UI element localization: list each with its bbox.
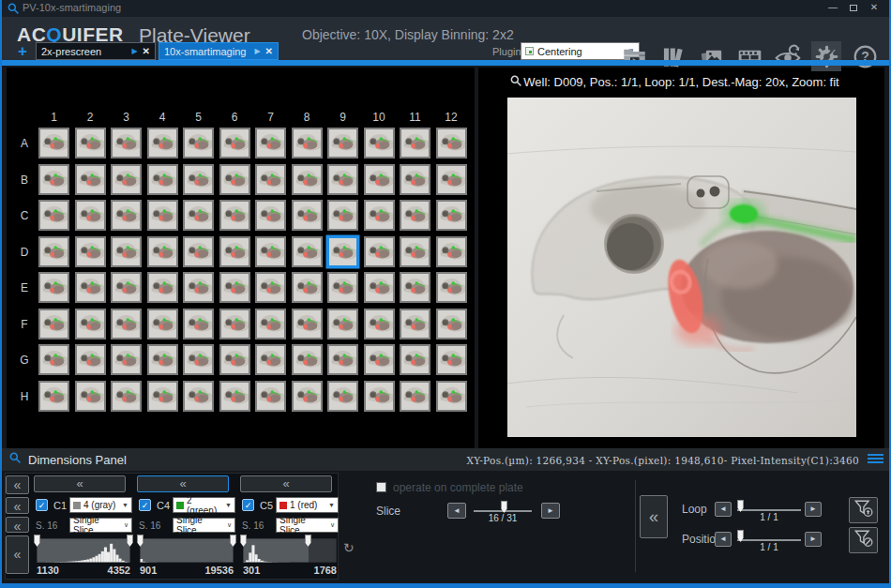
well-C08[interactable] xyxy=(292,200,323,231)
well-A04[interactable] xyxy=(147,128,178,158)
well-H12[interactable] xyxy=(436,381,467,412)
tab-expand-icon[interactable]: ▶ xyxy=(254,47,260,55)
well-B09[interactable] xyxy=(327,164,358,195)
well-D06[interactable] xyxy=(219,236,250,267)
open-folder-icon[interactable] xyxy=(619,41,649,71)
well-A06[interactable] xyxy=(219,128,250,158)
well-D10[interactable] xyxy=(364,236,395,267)
well-G01[interactable] xyxy=(38,344,69,375)
well-E11[interactable] xyxy=(400,272,430,303)
tab-2x-prescreen[interactable]: 2x-prescreen▶✕ xyxy=(36,42,156,60)
photos-icon[interactable] xyxy=(696,41,726,71)
well-H01[interactable] xyxy=(38,381,69,412)
well-F10[interactable] xyxy=(364,309,395,339)
library-icon[interactable] xyxy=(657,41,687,71)
well-F03[interactable] xyxy=(111,309,142,339)
well-H07[interactable] xyxy=(255,381,286,412)
well-H06[interactable] xyxy=(219,381,250,412)
well-A11[interactable] xyxy=(400,128,430,158)
add-tab-button[interactable]: + xyxy=(18,42,27,61)
channel-checkbox-C5[interactable]: ✓ xyxy=(242,499,254,511)
channel-collapse-button[interactable]: « xyxy=(240,475,332,492)
lut-select-C4[interactable]: 2 (green)▼ xyxy=(173,497,235,513)
well-E12[interactable] xyxy=(436,272,467,303)
well-B04[interactable] xyxy=(147,164,178,195)
film-strip-icon[interactable] xyxy=(734,41,764,71)
collapse-channels-button[interactable]: « xyxy=(6,497,29,514)
well-F05[interactable] xyxy=(183,309,214,339)
well-C03[interactable] xyxy=(111,200,142,231)
tab-expand-icon[interactable]: ▶ xyxy=(131,47,137,55)
collapse-loop-position-button[interactable]: « xyxy=(640,495,668,538)
well-C10[interactable] xyxy=(364,200,395,231)
well-D11[interactable] xyxy=(400,236,430,267)
well-D07[interactable] xyxy=(255,236,286,267)
close-button[interactable]: ✕ xyxy=(865,0,883,15)
channel-checkbox-C4[interactable]: ✓ xyxy=(139,499,151,511)
well-H02[interactable] xyxy=(75,381,106,412)
well-B06[interactable] xyxy=(219,164,250,195)
well-A07[interactable] xyxy=(255,128,286,158)
well-E07[interactable] xyxy=(255,272,286,303)
well-E10[interactable] xyxy=(364,272,395,303)
well-A05[interactable] xyxy=(183,128,214,158)
well-B07[interactable] xyxy=(255,164,286,195)
reset-histogram-icon[interactable]: ↻ xyxy=(343,540,355,555)
well-C05[interactable] xyxy=(183,200,214,231)
collapse-histograms-button[interactable]: « xyxy=(6,535,29,574)
well-F07[interactable] xyxy=(255,309,286,339)
well-E01[interactable] xyxy=(38,272,69,303)
operate-complete-plate-checkbox[interactable] xyxy=(376,482,386,492)
slice-mode-select-C5[interactable]: Single Slice∨ xyxy=(276,518,339,533)
well-B02[interactable] xyxy=(75,164,106,195)
well-B11[interactable] xyxy=(400,164,430,195)
channel-checkbox-C1[interactable]: ✓ xyxy=(36,499,48,511)
well-C07[interactable] xyxy=(255,200,286,231)
well-H09[interactable] xyxy=(327,381,358,412)
lut-select-C5[interactable]: 1 (red)▼ xyxy=(276,497,339,513)
histogram-C4[interactable] xyxy=(140,538,234,563)
channel-collapse-button[interactable]: « xyxy=(137,475,229,492)
well-D01[interactable] xyxy=(38,236,69,267)
well-D04[interactable] xyxy=(147,236,178,267)
well-G03[interactable] xyxy=(111,344,142,375)
panel-menu-icon[interactable] xyxy=(868,454,883,465)
well-D09[interactable] xyxy=(327,236,358,267)
well-E02[interactable] xyxy=(75,272,106,303)
collapse-slices-button[interactable]: « xyxy=(6,517,29,533)
well-H03[interactable] xyxy=(111,381,142,412)
well-B12[interactable] xyxy=(436,164,467,195)
well-G06[interactable] xyxy=(219,344,250,375)
eye-refresh-icon[interactable] xyxy=(773,41,803,71)
well-G04[interactable] xyxy=(147,344,178,375)
tab-10x-smartimaging[interactable]: 10x-smartimaging▶✕ xyxy=(159,42,279,60)
well-C02[interactable] xyxy=(75,200,106,231)
settings-gear-icon[interactable] xyxy=(811,41,841,71)
slice-next-button[interactable]: ► xyxy=(541,503,560,519)
well-B05[interactable] xyxy=(183,164,214,195)
well-A09[interactable] xyxy=(327,128,358,158)
well-H10[interactable] xyxy=(364,381,395,412)
well-F02[interactable] xyxy=(75,309,106,339)
specimen-preview-image[interactable] xyxy=(507,98,856,437)
help-icon[interactable]: ? xyxy=(850,41,880,71)
slice-mode-select-C1[interactable]: Single Slice∨ xyxy=(69,518,132,533)
well-B08[interactable] xyxy=(292,164,323,195)
well-G05[interactable] xyxy=(183,344,214,375)
maximize-button[interactable] xyxy=(844,0,863,15)
well-A08[interactable] xyxy=(292,128,323,158)
well-F11[interactable] xyxy=(400,309,430,339)
well-F08[interactable] xyxy=(292,309,323,339)
histogram-C1[interactable] xyxy=(37,538,130,563)
well-D08[interactable] xyxy=(292,236,323,267)
well-F04[interactable] xyxy=(147,309,178,339)
loop-next-button[interactable]: ► xyxy=(805,502,822,517)
slice-mode-select-C4[interactable]: Single Slice∨ xyxy=(173,518,235,533)
position-next-button[interactable]: ► xyxy=(805,532,822,547)
well-E06[interactable] xyxy=(219,272,250,303)
well-H11[interactable] xyxy=(400,381,430,412)
loop-prev-button[interactable]: ◄ xyxy=(715,502,732,517)
well-H05[interactable] xyxy=(183,381,214,412)
well-C12[interactable] xyxy=(436,200,467,231)
well-A02[interactable] xyxy=(75,128,106,158)
